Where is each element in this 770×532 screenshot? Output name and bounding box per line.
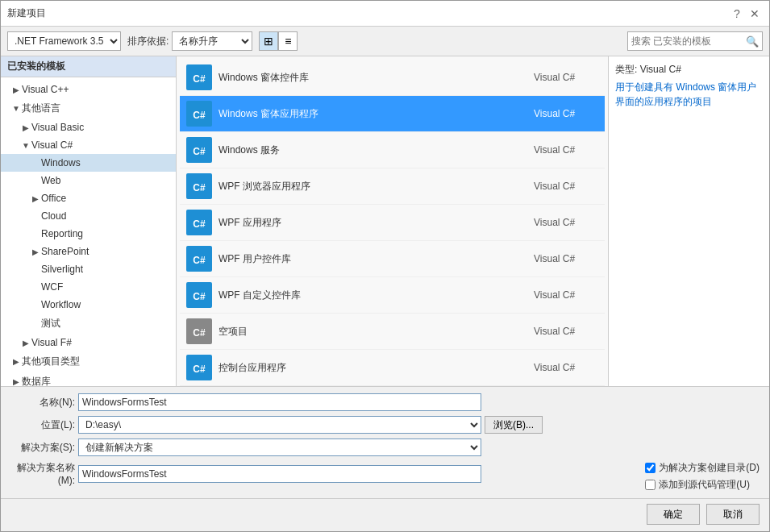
svg-text:C#: C# [193, 146, 206, 157]
label-windows: Windows [41, 157, 81, 168]
template-list: C# Windows 窗体控件库 Visual C# C# [177, 56, 608, 386]
label-other: 其他语言 [22, 102, 60, 115]
template-row[interactable]: C# 空项目 Visual C# [180, 314, 605, 350]
right-description: 用于创建具有 Windows 窗体用户界面的应用程序的项目 [615, 80, 763, 109]
template-icon: C# [186, 318, 212, 344]
expand-database[interactable]: ▶ [10, 377, 22, 386]
grid-view-button[interactable]: ⊞ [259, 31, 278, 51]
tree-item-otherproj[interactable]: ▶ 其他项目类型 [1, 351, 176, 372]
template-icon: C# [186, 64, 212, 90]
template-name: 控制台应用程序 [219, 361, 534, 375]
tree-item-vfsharp[interactable]: ▶ Visual F# [1, 334, 176, 351]
close-button[interactable]: ✕ [747, 6, 763, 22]
tree-item-other[interactable]: ▼ 其他语言 [1, 98, 176, 118]
svg-text:C#: C# [193, 182, 206, 193]
label-otherproj: 其他项目类型 [22, 355, 80, 368]
template-icon: C# [186, 246, 212, 272]
template-icon: C# [186, 282, 212, 308]
expand-vfsharp[interactable]: ▶ [20, 339, 31, 347]
checkbox1-row: 为解决方案创建目录(D) [645, 461, 760, 475]
search-box: 🔍 [627, 31, 763, 51]
template-type: Visual C# [534, 181, 598, 192]
template-row[interactable]: C# 控制台应用程序 Visual C# [180, 350, 605, 386]
expand-vbasic[interactable]: ▶ [20, 123, 31, 132]
tree-item-test[interactable]: 测试 [1, 314, 176, 334]
left-panel: 已安装的模板 ▶ Visual C++ ▼ 其他语言 [1, 56, 177, 386]
label-workflow: Workflow [41, 299, 81, 310]
tree-item-reporting[interactable]: Reporting [1, 225, 176, 243]
template-name: WPF 浏览器应用程序 [219, 180, 534, 193]
label-wcf: WCF [41, 281, 63, 293]
tree-item-windows[interactable]: Windows [1, 154, 176, 172]
expand-other[interactable]: ▼ [10, 104, 22, 113]
template-row[interactable]: C# Windows 窗体控件库 Visual C# [180, 60, 605, 96]
solution-label: 解决方案(S): [10, 441, 75, 455]
solution-select[interactable]: 创建新解决方案 添加到现有解决方案 [78, 438, 481, 456]
name-label: 名称(N): [10, 396, 75, 409]
tree-item-wcf[interactable]: WCF [1, 278, 176, 296]
template-row[interactable]: C# WPF 浏览器应用程序 Visual C# [180, 168, 605, 205]
solution-name-label: 解决方案名称(M): [10, 461, 75, 486]
tree-item-cloud[interactable]: Cloud [1, 207, 176, 225]
cancel-button[interactable]: 取消 [706, 504, 760, 525]
expand-windows [30, 159, 41, 168]
template-row[interactable]: C# WPF 自定义控件库 Visual C# [180, 277, 605, 314]
location-row: 位置(L): D:\easy\ 浏览(B)... [10, 416, 760, 434]
template-name: 空项目 [219, 325, 534, 339]
sort-select[interactable]: 名称升序 名称降序 类型升序 [172, 31, 252, 51]
expand-vcpp[interactable]: ▶ [10, 85, 22, 94]
label-test: 测试 [41, 317, 60, 330]
label-database: 数据库 [22, 375, 51, 386]
tree-item-vcpp[interactable]: ▶ Visual C++ [1, 81, 176, 98]
sort-label: 排序依据: [127, 35, 169, 48]
label-vfsharp: Visual F# [31, 337, 72, 348]
name-row: 名称(N): [10, 393, 760, 411]
expand-silverlight [30, 265, 41, 274]
checkbox2[interactable] [645, 480, 656, 490]
template-icon: C# [186, 137, 212, 163]
solution-name-input[interactable] [78, 465, 481, 483]
tree-item-vcsharp[interactable]: ▼ Visual C# [1, 136, 176, 154]
template-name: Windows 窗体控件库 [219, 71, 534, 85]
tree-item-workflow[interactable]: Workflow [1, 296, 176, 314]
browse-button[interactable]: 浏览(B)... [485, 416, 543, 434]
template-name: WPF 用户控件库 [219, 252, 534, 266]
tree-item-database[interactable]: ▶ 数据库 [1, 372, 176, 386]
template-row[interactable]: C# Windows 服务 Visual C# [180, 132, 605, 168]
checkbox1[interactable] [645, 463, 656, 473]
expand-wcf [30, 283, 41, 292]
body-area: 已安装的模板 ▶ Visual C++ ▼ 其他语言 [1, 56, 769, 386]
svg-text:C#: C# [193, 364, 206, 375]
right-panel: 类型: Visual C# 用于创建具有 Windows 窗体用户界面的应用程序… [608, 56, 769, 386]
label-silverlight: Silverlight [41, 264, 83, 275]
tree-item-web[interactable]: Web [1, 172, 176, 189]
list-view-button[interactable]: ≡ [278, 31, 298, 51]
tree-item-silverlight[interactable]: Silverlight [1, 260, 176, 278]
template-name: WPF 自定义控件库 [219, 289, 534, 302]
template-row[interactable]: C# WPF 应用程序 Visual C# [180, 205, 605, 241]
expand-otherproj[interactable]: ▶ [10, 357, 22, 366]
top-toolbar: .NET Framework 3.5 .NET Framework 4 .NET… [1, 27, 769, 56]
svg-text:C#: C# [193, 291, 206, 302]
help-button[interactable]: ? [729, 6, 745, 22]
name-input[interactable] [78, 393, 481, 411]
framework-select[interactable]: .NET Framework 3.5 .NET Framework 4 .NET… [7, 31, 121, 51]
label-office: Office [41, 193, 66, 204]
svg-text:C#: C# [193, 327, 206, 339]
tree-item-vbasic[interactable]: ▶ Visual Basic [1, 118, 176, 136]
expand-vcsharp[interactable]: ▼ [20, 141, 31, 150]
expand-sharepoint[interactable]: ▶ [30, 247, 41, 256]
ok-button[interactable]: 确定 [647, 504, 700, 525]
expand-office[interactable]: ▶ [30, 194, 41, 203]
tree-item-sharepoint[interactable]: ▶ SharePoint [1, 243, 176, 260]
dialog-title: 新建项目 [7, 6, 46, 20]
template-row[interactable]: C# Windows 窗体应用程序 Visual C# [180, 96, 605, 132]
search-input[interactable] [631, 35, 744, 47]
solution-name-col: 解决方案名称(M): [10, 461, 635, 486]
bottom-buttons: 确定 取消 [1, 498, 769, 531]
tree-section: ▶ Visual C++ ▼ 其他语言 ▶ [1, 77, 176, 386]
tree-item-office[interactable]: ▶ Office [1, 189, 176, 207]
location-select[interactable]: D:\easy\ [78, 416, 481, 434]
template-row[interactable]: C# WPF 用户控件库 Visual C# [180, 241, 605, 277]
checkbox2-row: 添加到源代码管理(U) [645, 478, 760, 492]
